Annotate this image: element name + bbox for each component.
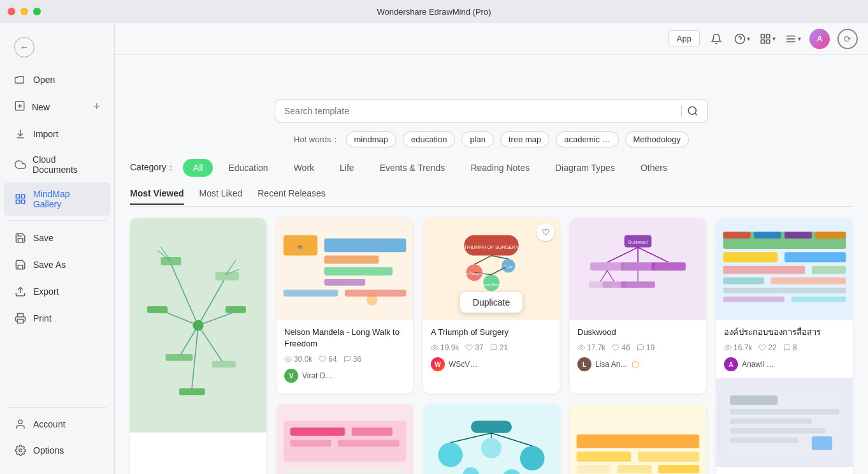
category-reading-notes[interactable]: Reading Notes: [460, 159, 540, 177]
gallery-card-7[interactable]: [423, 404, 560, 474]
card-4-body: Duskwood 17.7k 46 19: [570, 320, 706, 378]
category-life[interactable]: Life: [329, 159, 365, 177]
content-area: App ▾ ▾ ▾ A ⟳: [115, 23, 868, 474]
svg-point-63: [434, 347, 436, 349]
search-button[interactable]: [687, 105, 698, 117]
sort-most-viewed[interactable]: Most Viewed: [130, 188, 184, 205]
category-events[interactable]: Events & Trends: [370, 159, 456, 177]
card-3-duplicate[interactable]: Duplicate: [460, 292, 523, 313]
category-all[interactable]: All: [183, 159, 213, 177]
svg-line-66: [607, 248, 638, 263]
svg-rect-8: [18, 320, 24, 323]
maximize-dot[interactable]: [33, 8, 41, 15]
svg-rect-5: [16, 200, 19, 204]
gallery-card-5[interactable]: องค์ประกอบของการสื่อสาร 16.7k 22 8: [716, 218, 853, 474]
svg-point-114: [481, 438, 502, 459]
card-5-avatar: A: [724, 357, 738, 371]
app-button[interactable]: App: [669, 30, 700, 47]
hotwords-label: Hot words：: [294, 134, 340, 145]
sidebar-item-save[interactable]: Save: [4, 225, 110, 251]
svg-rect-46: [324, 279, 365, 286]
grid-icon[interactable]: ▾: [758, 30, 776, 48]
card-3-heart[interactable]: ♡: [537, 223, 554, 241]
sidebar-item-print[interactable]: Print: [4, 306, 110, 331]
svg-rect-85: [723, 252, 778, 262]
hotword-mindmap[interactable]: mindmap: [346, 131, 396, 147]
user-avatar[interactable]: A: [809, 29, 830, 49]
svg-rect-123: [638, 452, 699, 462]
hotword-treemap[interactable]: tree map: [500, 131, 549, 147]
svg-rect-69: [590, 262, 625, 270]
sidebar-item-import[interactable]: Import: [4, 121, 110, 147]
open-label: Open: [33, 75, 55, 85]
sidebar-item-export[interactable]: Export: [4, 279, 110, 304]
svg-rect-80: [723, 232, 751, 239]
search-divider: [681, 105, 682, 117]
sidebar-item-cloud[interactable]: Cloud Documents: [4, 148, 110, 181]
close-dot[interactable]: [8, 8, 15, 15]
gallery-card-1[interactable]: [130, 218, 266, 474]
svg-rect-100: [730, 438, 798, 443]
hotword-plan[interactable]: plan: [461, 131, 494, 147]
hotword-academic[interactable]: academic …: [556, 131, 618, 147]
svg-rect-101: [812, 436, 832, 450]
sidebar-item-save-as[interactable]: Save As: [4, 252, 110, 278]
sidebar-item-options[interactable]: Options: [4, 438, 110, 463]
svg-line-23: [198, 278, 226, 325]
category-label: Category：: [130, 162, 175, 174]
card-5-title: องค์ประกอบของการสื่อสาร: [724, 327, 845, 338]
svg-rect-13: [761, 34, 764, 38]
help-icon[interactable]: ▾: [733, 30, 751, 48]
search-input[interactable]: [284, 106, 676, 116]
hotword-education[interactable]: education: [403, 131, 455, 147]
sidebar-bottom: Account Options: [0, 403, 114, 469]
svg-line-73: [607, 270, 614, 281]
svg-rect-96: [730, 396, 778, 405]
category-work[interactable]: Work: [284, 159, 324, 177]
svg-point-9: [18, 420, 22, 424]
svg-rect-125: [618, 465, 652, 473]
sidebar-item-mindmap-gallery[interactable]: MindMap Gallery: [4, 182, 110, 216]
notification-icon[interactable]: [707, 30, 725, 48]
svg-line-55: [474, 256, 491, 265]
category-diagram-types[interactable]: Diagram Types: [545, 159, 625, 177]
gallery-card-3[interactable]: TRIUMPH OF SURGERY Mrs Pumphrey Tricki J…: [423, 218, 560, 394]
card-5-likes: 22: [758, 343, 776, 352]
export-label: Export: [33, 286, 59, 297]
svg-rect-81: [754, 232, 781, 239]
svg-rect-35: [212, 361, 235, 368]
gallery-card-2[interactable]: 📚 Nelson Mandela - Long Walk to Freedom: [277, 218, 413, 394]
category-education[interactable]: Education: [218, 159, 278, 177]
minimize-dot[interactable]: [20, 8, 28, 15]
svg-point-50: [287, 359, 289, 360]
svg-rect-107: [338, 440, 399, 447]
sidebar-item-new[interactable]: New +: [4, 94, 110, 120]
svg-point-117: [502, 470, 521, 474]
back-button[interactable]: ←: [4, 31, 110, 64]
svg-rect-43: [324, 239, 406, 252]
sidebar-item-open[interactable]: Open: [4, 67, 110, 93]
refresh-icon[interactable]: ⟳: [837, 29, 858, 49]
gallery-card-6[interactable]: [277, 404, 413, 474]
category-others[interactable]: Others: [630, 159, 677, 177]
hotword-methodology[interactable]: Methodology: [625, 131, 689, 147]
gallery-grid: 📚 Nelson Mandela - Long Walk to Freedom: [130, 218, 853, 474]
new-label: New: [32, 102, 50, 112]
import-label: Import: [33, 129, 59, 139]
export-icon: [14, 285, 27, 298]
sort-most-liked[interactable]: Most Liked: [199, 188, 243, 205]
card-4-views: 17.7k: [577, 343, 605, 352]
sort-recent-releases[interactable]: Recent Releases: [257, 188, 326, 205]
card-2-title: Nelson Mandela - Long Walk to Freedom: [284, 327, 405, 350]
account-label: Account: [33, 419, 66, 429]
sidebar-item-account[interactable]: Account: [4, 411, 110, 437]
gallery-card-4[interactable]: Duskwood: [570, 218, 706, 394]
sidebar-divider-1: [8, 220, 106, 221]
svg-line-56: [491, 256, 509, 259]
svg-rect-3: [16, 195, 19, 198]
svg-rect-14: [766, 34, 769, 38]
new-icon: [14, 100, 25, 114]
gallery-card-8[interactable]: [570, 404, 706, 474]
menu-icon[interactable]: ▾: [784, 30, 802, 48]
svg-rect-105: [352, 428, 393, 436]
